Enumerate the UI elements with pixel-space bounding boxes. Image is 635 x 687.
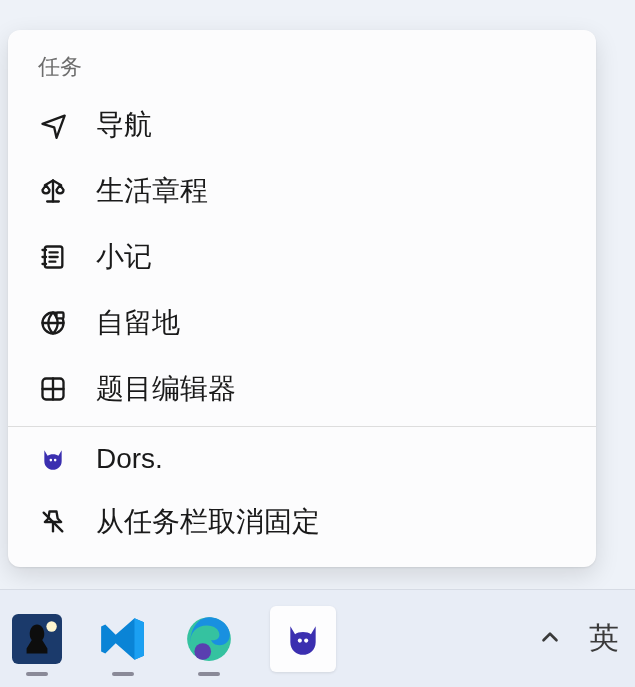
grid-icon — [38, 374, 68, 404]
app-item-dors[interactable]: Dors. — [8, 429, 596, 489]
running-indicator — [26, 672, 48, 676]
taskbar-app-dors[interactable] — [270, 606, 336, 672]
task-item-personal-space[interactable]: 自留地 — [8, 290, 596, 356]
scales-icon — [38, 176, 68, 206]
task-item-rules[interactable]: 生活章程 — [8, 158, 596, 224]
task-label: 小记 — [96, 238, 152, 276]
taskbar-system-tray: 英 — [537, 618, 619, 659]
cat-icon — [38, 444, 68, 474]
section-header-tasks: 任务 — [8, 48, 596, 92]
svg-point-7 — [46, 621, 56, 631]
unpin-item[interactable]: 从任务栏取消固定 — [8, 489, 596, 555]
svg-point-4 — [50, 459, 53, 462]
task-label: 生活章程 — [96, 172, 208, 210]
app-label: Dors. — [96, 443, 163, 475]
taskbar-app-reader[interactable] — [12, 614, 62, 664]
taskbar-jumplist: 任务 导航 生活章程 小记 自留地 题目编辑器 Dors. — [8, 30, 596, 567]
taskbar-app-vscode[interactable] — [98, 614, 148, 664]
taskbar: 英 — [0, 589, 635, 687]
svg-point-10 — [298, 638, 302, 642]
running-indicator — [112, 672, 134, 676]
running-indicator — [198, 672, 220, 676]
navigation-arrow-icon — [38, 110, 68, 140]
svg-point-9 — [194, 643, 211, 660]
task-label: 题目编辑器 — [96, 370, 236, 408]
task-item-navigate[interactable]: 导航 — [8, 92, 596, 158]
tray-expand-chevron-icon[interactable] — [537, 624, 563, 654]
svg-rect-2 — [57, 313, 64, 319]
unpin-label: 从任务栏取消固定 — [96, 503, 320, 541]
task-label: 导航 — [96, 106, 152, 144]
task-item-notes[interactable]: 小记 — [8, 224, 596, 290]
ime-indicator[interactable]: 英 — [589, 618, 619, 659]
taskbar-apps — [12, 606, 336, 672]
unpin-icon — [38, 507, 68, 537]
globe-lock-icon — [38, 308, 68, 338]
taskbar-app-edge[interactable] — [184, 614, 234, 664]
svg-point-11 — [304, 638, 308, 642]
task-label: 自留地 — [96, 304, 180, 342]
svg-point-5 — [54, 459, 57, 462]
menu-separator — [8, 426, 596, 427]
task-item-editor[interactable]: 题目编辑器 — [8, 356, 596, 422]
notebook-icon — [38, 242, 68, 272]
